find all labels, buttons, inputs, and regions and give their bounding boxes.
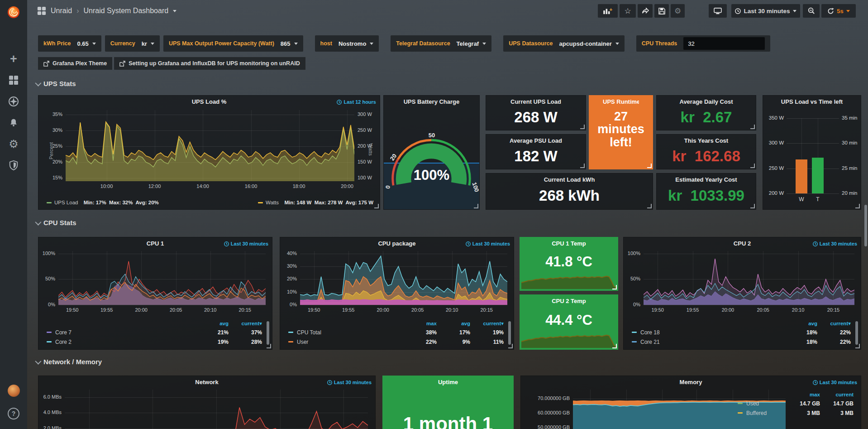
variable-input[interactable]: 32: [683, 37, 765, 50]
variable-telegraf-datasource[interactable]: Telegraf DatasourceTelegraf: [391, 35, 491, 52]
variable-currency[interactable]: Currencykr: [105, 35, 160, 52]
panel-time-range[interactable]: Last 12 hours: [337, 99, 376, 105]
time-picker-button[interactable]: Last 30 minutes: [731, 4, 800, 18]
dashboard-link[interactable]: Setting up Grafana and InfluxDB for UPS …: [114, 57, 305, 70]
legend-series-name[interactable]: Core 2: [45, 339, 195, 345]
legend-item[interactable]: UPS Load Min: 17% Max: 32% Avg: 20%: [47, 200, 159, 205]
section-network-memory[interactable]: Network / Memory: [35, 358, 102, 366]
explore-compass-icon[interactable]: [0, 93, 27, 110]
dashboard-title[interactable]: Unraid System Dashboard: [83, 7, 168, 15]
panel-resize-handle[interactable]: [750, 164, 755, 168]
panel-title[interactable]: UPS Load %: [52, 98, 366, 105]
legend-series-name[interactable]: Core 21: [630, 339, 784, 345]
legend-col-avg[interactable]: avg: [784, 321, 817, 326]
panel-title[interactable]: Memory: [534, 379, 847, 386]
panel-time-range[interactable]: Last 30 minutes: [466, 241, 510, 246]
star-button[interactable]: ☆: [620, 4, 636, 18]
section-cpu-stats[interactable]: CPU Stats: [35, 219, 76, 227]
legend-series-name[interactable]: Core 7: [45, 329, 195, 336]
variable-value[interactable]: 865: [281, 40, 291, 47]
panel-time-range[interactable]: Last 30 minutes: [327, 380, 372, 385]
panel-title[interactable]: Current UPS Load: [500, 98, 572, 105]
cycle-view-button[interactable]: [709, 4, 727, 18]
save-button[interactable]: [654, 4, 669, 18]
variable-kwh-price[interactable]: kWh Price0.65: [38, 35, 101, 52]
legend-col-current[interactable]: current▾: [470, 320, 504, 327]
panel-resize-handle[interactable]: [580, 125, 585, 129]
dashboard-settings-button[interactable]: ⚙: [671, 4, 685, 18]
panel-title[interactable]: UPS Load vs Time left: [777, 98, 847, 105]
variable-value[interactable]: Nostromo: [339, 40, 366, 47]
panel-title[interactable]: This Years Cost: [670, 137, 742, 144]
legend-series-name[interactable]: User: [286, 339, 403, 345]
panel-title[interactable]: Current Load kWh: [500, 176, 639, 183]
variable-value[interactable]: Telegraf: [457, 40, 479, 47]
server-admin-shield-icon[interactable]: [0, 157, 27, 174]
refresh-interval-label[interactable]: 5s: [837, 8, 843, 14]
panel-title[interactable]: CPU 1 Temp: [534, 240, 604, 247]
legend-scrollbar[interactable]: [508, 321, 511, 345]
panel-title[interactable]: Network: [52, 379, 362, 386]
dashboard-title-caret-icon[interactable]: [173, 10, 176, 12]
panel-resize-handle[interactable]: [267, 344, 271, 348]
breadcrumb-app[interactable]: Unraid: [51, 7, 72, 15]
panel-resize-handle[interactable]: [612, 285, 617, 289]
legend-series-name[interactable]: Core 18: [630, 329, 784, 336]
legend-col-avg[interactable]: avg: [437, 321, 470, 326]
grafana-logo[interactable]: [0, 3, 27, 22]
variable-ups-datasource[interactable]: UPS Datasourceapcupsd-container: [503, 35, 625, 52]
panel-time-range[interactable]: Last 30 minutes: [224, 241, 268, 246]
panel-title[interactable]: Average PSU Load: [500, 137, 572, 144]
dashboard-link[interactable]: Grafana Plex Theme: [38, 57, 112, 70]
refresh-interval-caret-icon[interactable]: [846, 10, 850, 12]
panel-resize-handle[interactable]: [855, 204, 860, 208]
user-avatar[interactable]: [0, 382, 27, 399]
panel-resize-handle[interactable]: [647, 164, 652, 168]
panel-title[interactable]: CPU 2 Temp: [534, 298, 604, 304]
panel-resize-handle[interactable]: [374, 204, 379, 208]
legend-item[interactable]: Watts Min: 148 W Max: 278 W Avg: 175 W: [258, 200, 373, 205]
legend-col-max[interactable]: max: [787, 392, 820, 397]
variable-value[interactable]: apcupsd-container: [559, 40, 611, 47]
legend-col-max[interactable]: max: [403, 321, 437, 326]
panel-resize-handle[interactable]: [474, 204, 478, 208]
share-button[interactable]: [638, 4, 653, 18]
legend-series-name[interactable]: Used: [736, 400, 787, 407]
zoom-out-button[interactable]: [803, 4, 820, 18]
variable-value[interactable]: kr: [142, 40, 147, 47]
panel-title[interactable]: Uptime: [396, 379, 500, 386]
panel-resize-handle[interactable]: [612, 344, 617, 348]
section-ups-stats[interactable]: UPS Stats: [35, 80, 76, 87]
apps-grid-icon[interactable]: [37, 6, 46, 15]
help-icon[interactable]: ?: [0, 405, 27, 422]
panel-title[interactable]: Estimated Yearly Cost: [670, 176, 742, 183]
legend-col-current[interactable]: current▾: [229, 320, 262, 327]
variable-value[interactable]: 0.65: [77, 40, 88, 47]
panel-title[interactable]: UPS Battery Charge: [397, 98, 466, 105]
page-scrollbar[interactable]: [864, 205, 867, 246]
add-panel-button[interactable]: +: [598, 4, 618, 18]
refresh-button[interactable]: 5s: [821, 4, 856, 18]
alerting-bell-icon[interactable]: [0, 115, 27, 131]
dashboards-icon[interactable]: [0, 72, 27, 88]
panel-resize-handle[interactable]: [750, 204, 755, 208]
variable-cpu-threads[interactable]: CPU Threads32: [636, 35, 771, 52]
panel-title[interactable]: Average Daily Cost: [670, 98, 742, 105]
panel-time-range[interactable]: Last 30 minutes: [813, 380, 857, 385]
panel-resize-handle[interactable]: [580, 164, 585, 168]
panel-title[interactable]: UPS Runtime: [603, 98, 639, 105]
legend-scrollbar[interactable]: [855, 321, 858, 345]
panel-resize-handle[interactable]: [855, 344, 860, 348]
variable-host[interactable]: hostNostromo: [315, 35, 379, 52]
legend-col-current[interactable]: current▾: [817, 320, 851, 327]
legend-series-name[interactable]: Buffered: [736, 410, 787, 416]
variable-ups-max-output-power-capacity-watt-[interactable]: UPS Max Output Power Capacity (Watt)865: [163, 35, 303, 52]
legend-col-avg[interactable]: avg: [195, 321, 229, 326]
panel-resize-handle[interactable]: [508, 344, 513, 348]
panel-resize-handle[interactable]: [647, 204, 652, 208]
legend-series-name[interactable]: CPU Total: [286, 329, 403, 336]
configuration-gear-icon[interactable]: ⚙: [0, 136, 27, 152]
panel-time-range[interactable]: Last 30 minutes: [813, 241, 857, 246]
panel-resize-handle[interactable]: [750, 125, 755, 129]
legend-scrollbar[interactable]: [267, 321, 269, 345]
